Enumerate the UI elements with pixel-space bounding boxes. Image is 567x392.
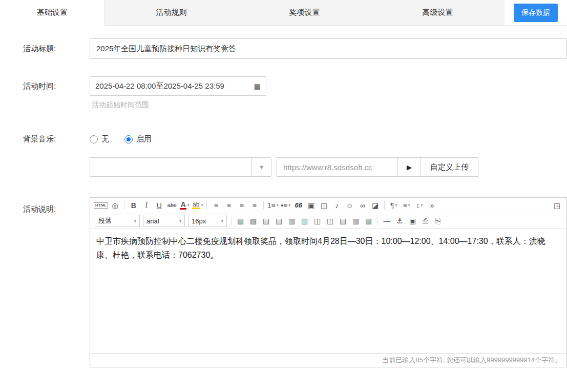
table-properties-icon[interactable]: ▧ bbox=[247, 215, 259, 227]
background-music-label: 背景音乐: bbox=[23, 134, 90, 144]
italic-icon[interactable]: I bbox=[140, 199, 152, 211]
font-select-value: arial bbox=[146, 217, 159, 225]
chevron-down-icon: ▼ bbox=[259, 164, 264, 170]
underline-icon[interactable]: U bbox=[153, 199, 165, 211]
chevron-down-icon: ▾ bbox=[421, 203, 423, 208]
form-content: 活动标题: 活动时间: 2025-04-22 08:00至2025-04-25 … bbox=[0, 26, 567, 367]
editor-toolbar-row2: 段落▾arial▾16px▾▦▧▤▤▥▥◫◫▤▥▦—⚓▣⎙⎘ bbox=[90, 213, 566, 229]
chevron-down-icon: ▾ bbox=[179, 219, 181, 223]
activity-description-row: 活动说明: HTML◎BIUabcA▾ab▾≡≡≡≡1≡▾•≡▾66▣◫♪☺∞◪… bbox=[0, 197, 567, 367]
insert-row-above-icon[interactable]: ▤ bbox=[260, 215, 272, 227]
activity-title-input[interactable] bbox=[90, 38, 567, 59]
insert-col-right-icon[interactable]: ▥ bbox=[299, 215, 310, 227]
merge-cells-icon[interactable]: ◫ bbox=[311, 215, 323, 227]
line-height-icon[interactable]: ↕▾ bbox=[413, 199, 425, 211]
highlight-color-icon[interactable]: ab▾ bbox=[192, 199, 203, 211]
fullscreen-icon[interactable]: ◳ bbox=[551, 199, 563, 211]
page-break-icon[interactable]: ▣ bbox=[407, 215, 418, 227]
activity-time-hint-row: 活动起始时间范围 bbox=[0, 96, 567, 110]
music-option-none[interactable]: 无 bbox=[90, 134, 109, 144]
radio-checked-icon[interactable] bbox=[124, 135, 133, 143]
play-button[interactable]: ▶ bbox=[398, 157, 421, 177]
background-music-row: 背景音乐: 无 启用 bbox=[0, 134, 567, 144]
emoji-icon[interactable]: ☺ bbox=[344, 199, 355, 211]
page: 基础设置 活动规则 奖项设置 高级设置 保存数据 活动标题: 活动时间: 202… bbox=[0, 0, 567, 392]
tab-basic-settings[interactable]: 基础设置 bbox=[0, 0, 105, 26]
tab-basic-settings-label: 基础设置 bbox=[37, 8, 68, 17]
indent-icon[interactable]: » bbox=[426, 199, 438, 211]
music-select-combobox[interactable]: ▼ bbox=[90, 157, 271, 177]
activity-time-block: 活动时间: 2025-04-22 08:00至2025-04-25 23:59 … bbox=[0, 76, 567, 110]
paragraph-select[interactable]: 段落▾ bbox=[95, 215, 140, 227]
toolbar-separator bbox=[124, 201, 124, 210]
music-select-value[interactable] bbox=[90, 158, 251, 176]
alignment-icon[interactable]: ≡▾ bbox=[401, 199, 412, 211]
calendar-icon[interactable]: ▦ bbox=[254, 82, 261, 90]
radio-unchecked-icon[interactable] bbox=[90, 135, 98, 143]
font-color-icon[interactable]: A▾ bbox=[179, 199, 191, 211]
tab-activity-rules-label: 活动规则 bbox=[156, 8, 187, 17]
align-right-icon[interactable]: ≡ bbox=[236, 199, 247, 211]
strikethrough-icon[interactable]: abc bbox=[166, 199, 178, 211]
remove-format-icon[interactable]: ◪ bbox=[369, 199, 381, 211]
align-left-icon[interactable]: ≡ bbox=[210, 199, 222, 211]
play-icon: ▶ bbox=[407, 163, 412, 171]
delete-col-icon[interactable]: ▥ bbox=[350, 215, 362, 227]
chevron-down-icon: ▾ bbox=[187, 203, 190, 208]
editor-status-bar: 当前已输入85个字符, 您还可以输入9999999999914个字符。 bbox=[90, 353, 566, 367]
toolbar-separator bbox=[263, 201, 264, 210]
blockquote-icon[interactable]: 66 bbox=[292, 199, 304, 211]
activity-title-label: 活动标题: bbox=[23, 44, 90, 54]
music-option-enable[interactable]: 启用 bbox=[124, 134, 152, 144]
music-icon[interactable]: ♪ bbox=[331, 199, 343, 211]
music-controls: ▼ https://www.r8.sdsdsoft.cc ▶ 自定义上传 bbox=[90, 157, 478, 177]
unordered-list-icon[interactable]: •≡▾ bbox=[280, 199, 291, 211]
toolbar-separator bbox=[384, 201, 385, 210]
toolbar-separator bbox=[377, 217, 378, 225]
media-icon[interactable]: ◫ bbox=[318, 199, 330, 211]
align-justify-icon[interactable]: ≡ bbox=[248, 199, 260, 211]
bold-icon[interactable]: B bbox=[128, 199, 139, 211]
custom-upload-button[interactable]: 自定义上传 bbox=[421, 157, 478, 177]
insert-row-below-icon[interactable]: ▤ bbox=[273, 215, 285, 227]
toolbar-separator bbox=[206, 201, 207, 210]
spacing-icon[interactable]: ¶▾ bbox=[388, 199, 400, 211]
horizontal-rule-icon[interactable]: — bbox=[381, 215, 393, 227]
insert-col-left-icon[interactable]: ▥ bbox=[286, 215, 298, 227]
split-cells-icon[interactable]: ◫ bbox=[324, 215, 336, 227]
size-select[interactable]: 16px▾ bbox=[188, 215, 227, 227]
tab-prize-settings-label: 奖项设置 bbox=[289, 8, 320, 17]
tab-advanced-settings-label: 高级设置 bbox=[423, 8, 453, 17]
activity-description-label: 活动说明: bbox=[23, 197, 90, 214]
background-music-options: 无 启用 bbox=[90, 134, 152, 144]
link-icon[interactable]: ∞ bbox=[356, 199, 368, 211]
tab-advanced-settings[interactable]: 高级设置 bbox=[371, 0, 505, 25]
editor-toolbar-row1: HTML◎BIUabcA▾ab▾≡≡≡≡1≡▾•≡▾66▣◫♪☺∞◪¶▾≡▾↕▾… bbox=[90, 198, 566, 213]
tab-prize-settings[interactable]: 奖项设置 bbox=[238, 0, 371, 25]
font-select[interactable]: arial▾ bbox=[143, 215, 185, 227]
delete-row-icon[interactable]: ▤ bbox=[337, 215, 349, 227]
activity-time-hint: 活动起始时间范围 bbox=[90, 100, 149, 110]
music-controls-row: ▼ https://www.r8.sdsdsoft.cc ▶ 自定义上传 bbox=[0, 157, 567, 177]
anchor-icon[interactable]: ⚓ bbox=[394, 215, 406, 227]
chevron-down-icon: ▾ bbox=[395, 203, 397, 208]
delete-table-icon[interactable]: ▦ bbox=[363, 215, 374, 227]
paragraph-select-value: 段落 bbox=[98, 216, 112, 225]
align-center-icon[interactable]: ≡ bbox=[223, 199, 235, 211]
editor-content[interactable]: 中卫市疾病预防控制中心二楼免疫规划科领取奖品，领取时间4月28日—30日：10:… bbox=[90, 229, 566, 353]
activity-time-input[interactable]: 2025-04-22 08:00至2025-04-25 23:59 ▦ bbox=[90, 76, 266, 96]
save-data-button[interactable]: 保存数据 bbox=[514, 4, 558, 22]
print-icon[interactable]: ⎙ bbox=[419, 215, 431, 227]
paste-icon[interactable]: ⎘ bbox=[432, 215, 444, 227]
tabbar: 基础设置 活动规则 奖项设置 高级设置 保存数据 bbox=[0, 0, 567, 26]
character-count-text: 当前已输入85个字符, 您还可以输入9999999999914个字符。 bbox=[382, 356, 561, 365]
ordered-list-icon[interactable]: 1≡▾ bbox=[267, 199, 279, 211]
combobox-dropdown-button[interactable]: ▼ bbox=[251, 158, 271, 176]
activity-time-value: 2025-04-22 08:00至2025-04-25 23:59 bbox=[95, 81, 224, 91]
music-url-field[interactable]: https://www.r8.sdsdsoft.cc bbox=[277, 157, 398, 177]
image-icon[interactable]: ▣ bbox=[305, 199, 317, 211]
tab-activity-rules[interactable]: 活动规则 bbox=[105, 0, 238, 25]
preview-icon[interactable]: ◎ bbox=[109, 199, 121, 211]
source-code-icon[interactable]: HTML bbox=[94, 199, 108, 211]
insert-table-icon[interactable]: ▦ bbox=[235, 215, 246, 227]
